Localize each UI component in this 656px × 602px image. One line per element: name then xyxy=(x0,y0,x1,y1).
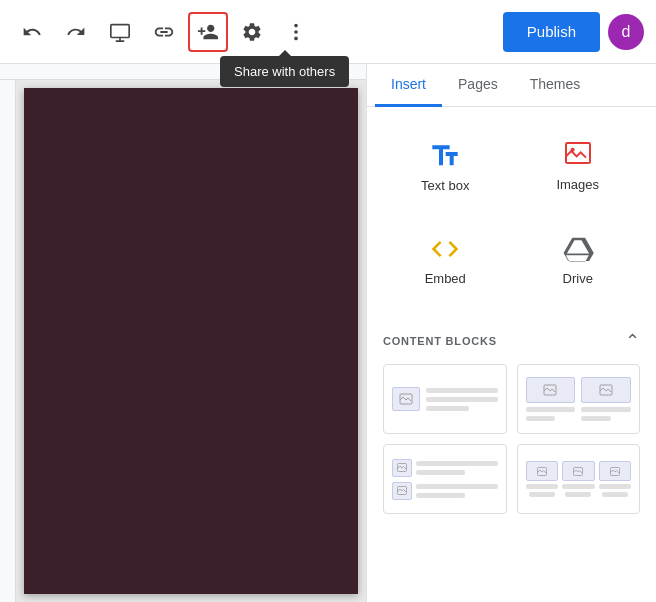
svg-point-3 xyxy=(294,36,298,40)
block-lines-row2 xyxy=(416,484,498,498)
toolbar-left xyxy=(12,12,503,52)
svg-rect-8 xyxy=(600,385,612,395)
svg-point-1 xyxy=(294,23,298,27)
preview-icon xyxy=(109,21,131,43)
settings-button[interactable] xyxy=(232,12,272,52)
block-col-stack-3 xyxy=(599,461,632,497)
collapse-blocks-button[interactable]: ⌃ xyxy=(625,330,640,352)
tab-pages[interactable]: Pages xyxy=(442,64,514,107)
block-2col-layout xyxy=(526,377,632,421)
block-line-3c2-1 xyxy=(562,484,595,489)
undo-button[interactable] xyxy=(12,12,52,52)
block-3col-layout xyxy=(526,461,632,497)
images-label: Images xyxy=(556,177,599,192)
insert-text-box[interactable]: Text box xyxy=(383,123,508,209)
svg-rect-7 xyxy=(544,385,556,395)
text-box-icon xyxy=(429,139,461,172)
block-img-xs-1 xyxy=(392,459,412,477)
block-three-col[interactable] xyxy=(517,444,641,514)
block-col-stack-1 xyxy=(526,461,559,497)
block-img-xs-2 xyxy=(392,482,412,500)
ruler-vertical xyxy=(0,80,16,602)
content-blocks-section-header: CONTENT BLOCKS ⌃ xyxy=(383,326,640,364)
block-text-lines xyxy=(426,388,498,411)
embed-label: Embed xyxy=(425,271,466,286)
canvas-area xyxy=(0,64,366,602)
content-blocks-grid xyxy=(383,364,640,514)
block-line-r2 xyxy=(416,484,498,489)
block-line-r1s xyxy=(416,470,465,475)
block-img-3col-2 xyxy=(562,461,595,481)
block-img-2 xyxy=(581,377,631,403)
block-col-stack-2 xyxy=(562,461,595,497)
link-icon xyxy=(153,21,175,43)
content-blocks-title: CONTENT BLOCKS xyxy=(383,335,497,347)
more-options-button[interactable] xyxy=(276,12,316,52)
preview-button[interactable] xyxy=(100,12,140,52)
toolbar: Publish d Share with others xyxy=(0,0,656,64)
insert-drive[interactable]: Drive xyxy=(516,217,641,302)
block-line-r2s xyxy=(416,493,465,498)
images-icon xyxy=(562,139,594,171)
publish-button[interactable]: Publish xyxy=(503,12,600,52)
block-row-2 xyxy=(392,482,498,500)
block-line-col2-1 xyxy=(581,407,631,412)
redo-icon xyxy=(66,22,86,42)
block-img-3col-1 xyxy=(526,461,559,481)
canvas-page[interactable] xyxy=(24,88,358,594)
main-content: Insert Pages Themes Text box xyxy=(0,64,656,602)
block-line-r1 xyxy=(416,461,498,466)
block-3row-layout xyxy=(392,459,498,500)
block-img-3col-3 xyxy=(599,461,632,481)
undo-icon xyxy=(22,22,42,42)
block-image-text-row[interactable] xyxy=(383,364,507,434)
svg-rect-6 xyxy=(400,394,412,404)
more-vert-icon xyxy=(285,21,307,43)
block-col-1 xyxy=(526,377,576,421)
ruler-horizontal xyxy=(0,64,366,80)
block-row-1 xyxy=(392,459,498,477)
tab-insert[interactable]: Insert xyxy=(375,64,442,107)
block-line-col1-1 xyxy=(526,407,576,412)
insert-panel: Text box Images xyxy=(367,107,656,602)
right-panel: Insert Pages Themes Text box xyxy=(366,64,656,602)
block-line-3c1-2 xyxy=(529,492,555,497)
drive-icon xyxy=(562,233,594,265)
block-line-3c2-2 xyxy=(565,492,591,497)
block-img-1 xyxy=(526,377,576,403)
block-1col-layout xyxy=(392,387,498,411)
block-line-2 xyxy=(426,397,498,402)
redo-button[interactable] xyxy=(56,12,96,52)
block-line-3 xyxy=(426,406,469,411)
block-line-3c1-1 xyxy=(526,484,559,489)
svg-point-2 xyxy=(294,30,298,34)
drive-label: Drive xyxy=(563,271,593,286)
insert-embed[interactable]: Embed xyxy=(383,217,508,302)
share-person-icon xyxy=(197,21,219,43)
tabs-bar: Insert Pages Themes xyxy=(367,64,656,107)
block-line-3c3-1 xyxy=(599,484,632,489)
insert-grid: Text box Images xyxy=(383,123,640,302)
block-col-2 xyxy=(581,377,631,421)
tab-themes[interactable]: Themes xyxy=(514,64,597,107)
svg-point-5 xyxy=(570,148,574,152)
link-button[interactable] xyxy=(144,12,184,52)
block-line-1 xyxy=(426,388,498,393)
block-line-col1-2 xyxy=(526,416,556,421)
share-button[interactable] xyxy=(188,12,228,52)
svg-rect-0 xyxy=(111,24,129,37)
block-two-col-images[interactable] xyxy=(517,364,641,434)
toolbar-right: Publish d xyxy=(503,12,644,52)
text-box-label: Text box xyxy=(421,178,469,193)
insert-images[interactable]: Images xyxy=(516,123,641,209)
block-line-col2-2 xyxy=(581,416,611,421)
gear-icon xyxy=(241,21,263,43)
avatar[interactable]: d xyxy=(608,14,644,50)
embed-icon xyxy=(429,233,461,265)
block-image-rows[interactable] xyxy=(383,444,507,514)
block-img-placeholder xyxy=(392,387,420,411)
block-line-3c3-2 xyxy=(602,492,628,497)
block-lines-row1 xyxy=(416,461,498,475)
